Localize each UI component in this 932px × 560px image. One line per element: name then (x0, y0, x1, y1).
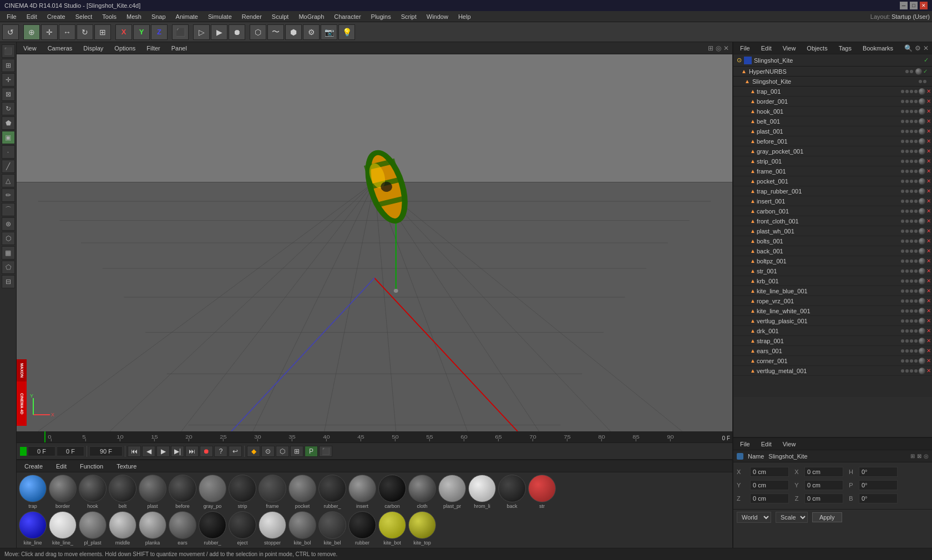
attr-h-val[interactable] (859, 467, 898, 477)
tree-item-str_001[interactable]: ▲str_001✕ (733, 266, 932, 276)
vp-menu-options[interactable]: Options (111, 44, 139, 53)
menu-mograph[interactable]: MoGraph (294, 12, 328, 21)
tree-x-btn-gray_pocket_001[interactable]: ✕ (926, 148, 931, 154)
tree-item-krb_001[interactable]: ▲krb_001✕ (733, 276, 932, 286)
tool-active[interactable]: ▣ (2, 131, 15, 144)
material-item-hook[interactable]: hook (79, 475, 107, 509)
tree-x-btn-kite_line_white_001[interactable]: ✕ (926, 308, 931, 314)
scene-menu-file[interactable]: File (737, 44, 753, 53)
tree-item-border_001[interactable]: ▲border_001✕ (733, 96, 932, 106)
tree-item-drk_001[interactable]: ▲drk_001✕ (733, 326, 932, 336)
tree-item-plast_wh_001[interactable]: ▲plast_wh_001✕ (733, 226, 932, 236)
attr-y-size[interactable] (804, 480, 843, 490)
attr-y-pos[interactable] (750, 480, 789, 490)
render-vp-btn[interactable]: ▶ (211, 24, 227, 40)
material-item-kite_bol[interactable]: kite_bol (288, 511, 316, 546)
material-item-plast_pr[interactable]: plast_pr (438, 475, 466, 509)
material-item-kite_bel[interactable]: kite_bel (318, 511, 346, 546)
scene-group-row[interactable]: ▲ Slingshot_Kite (733, 77, 932, 86)
scene-btn[interactable]: ⚙ (303, 24, 320, 40)
anim-k4-btn[interactable]: ⊞ (290, 446, 303, 457)
material-item-before[interactable]: before (169, 475, 196, 509)
close-button[interactable]: ✕ (920, 2, 928, 9)
vp-menu-cameras[interactable]: Cameras (44, 44, 76, 53)
attr-menu-view[interactable]: View (779, 440, 799, 449)
vp-icon-2[interactable]: ◎ (716, 44, 721, 52)
menu-script[interactable]: Script (397, 12, 421, 21)
material-item-pl_plast[interactable]: pl_plast (79, 511, 107, 546)
tree-x-btn-rope_vrz_001[interactable]: ✕ (926, 298, 931, 304)
tree-x-btn-vertlug_plasic_001[interactable]: ✕ (926, 318, 931, 324)
render-mr-btn[interactable]: ⏺ (229, 24, 245, 40)
render-region-btn[interactable]: ⬛ (172, 24, 189, 40)
attr-z-pos[interactable] (750, 493, 789, 503)
tool-paint[interactable]: ⬡ (2, 232, 15, 245)
material-item-gray_po[interactable]: gray_po (199, 475, 226, 509)
tree-item-belt_001[interactable]: ▲belt_001✕ (733, 116, 932, 126)
material-item-str[interactable]: str (528, 475, 556, 509)
tree-item-strip_001[interactable]: ▲strip_001✕ (733, 156, 932, 166)
tree-x-btn-belt_001[interactable]: ✕ (926, 118, 931, 124)
scene-menu-objects[interactable]: Objects (803, 44, 830, 53)
apply-button[interactable]: Apply (812, 512, 842, 522)
menu-sculpt[interactable]: Sculpt (267, 12, 293, 21)
attr-icon-1[interactable]: ⊞ (910, 453, 915, 459)
scene-hypernurbs-row[interactable]: ▲ HyperNURBS ✓ (733, 67, 932, 77)
tool-face[interactable]: △ (2, 174, 15, 187)
tree-item-ears_001[interactable]: ▲ears_001✕ (733, 346, 932, 356)
menu-help[interactable]: Help (454, 12, 475, 21)
tree-item-trap_rubber_001[interactable]: ▲trap_rubber_001✕ (733, 186, 932, 196)
tree-x-btn-bolts_001[interactable]: ✕ (926, 238, 931, 244)
material-item-stopper[interactable]: stopper (259, 511, 286, 546)
tree-item-plast_001[interactable]: ▲plast_001✕ (733, 126, 932, 136)
material-item-kite_bot[interactable]: kite_bot (378, 511, 406, 546)
attr-menu-file[interactable]: File (737, 440, 753, 449)
tree-item-front_cloth_001[interactable]: ▲front_cloth_001✕ (733, 216, 932, 226)
material-item-planka[interactable]: planka (139, 511, 166, 546)
anim-q-btn[interactable]: ? (214, 446, 227, 457)
vp-menu-filter[interactable]: Filter (143, 44, 163, 53)
obj-z-btn[interactable]: Z (151, 24, 168, 40)
menu-edit[interactable]: Edit (22, 12, 42, 21)
spline-btn[interactable]: 〜 (267, 24, 284, 40)
tree-x-btn-krb_001[interactable]: ✕ (926, 278, 931, 284)
viewport-3d[interactable]: Perspective (17, 54, 732, 431)
tree-x-btn-trap_001[interactable]: ✕ (926, 88, 931, 94)
menu-animate[interactable]: Animate (171, 12, 202, 21)
tool-pen[interactable]: ✏ (2, 189, 15, 202)
tool-sculpt[interactable]: ⬠ (2, 261, 15, 274)
menu-mesh[interactable]: Mesh (122, 12, 146, 21)
scale-system-select[interactable]: Scale Size (776, 512, 808, 523)
material-item-cloth[interactable]: cloth (408, 475, 436, 509)
material-item-rubber_[interactable]: rubber_ (199, 511, 226, 546)
tree-item-kite_line_blue_001[interactable]: ▲kite_line_blue_001✕ (733, 286, 932, 296)
scene-menu-bookmarks[interactable]: Bookmarks (859, 44, 896, 53)
tree-x-btn-border_001[interactable]: ✕ (926, 98, 931, 104)
obj-x-btn[interactable]: X (115, 24, 132, 40)
material-item-rubber[interactable]: rubber (348, 511, 376, 546)
tree-x-btn-carbon_001[interactable]: ✕ (926, 208, 931, 214)
frame-current-input[interactable] (28, 446, 55, 456)
mat-menu-edit[interactable]: Edit (53, 462, 70, 471)
material-item-strip[interactable]: strip (229, 475, 256, 509)
material-item-frame[interactable]: frame (259, 475, 286, 509)
tool-rot[interactable]: ↻ (2, 102, 15, 115)
menu-character[interactable]: Character (330, 12, 365, 21)
vp-menu-panel[interactable]: Panel (168, 44, 190, 53)
tree-item-back_001[interactable]: ▲back_001✕ (733, 246, 932, 256)
material-item-back[interactable]: back (498, 475, 526, 509)
tree-x-btn-frame_001[interactable]: ✕ (926, 168, 931, 174)
tool-floor[interactable]: ▦ (2, 246, 15, 259)
scene-menu-tags[interactable]: Tags (835, 44, 855, 53)
scene-close-icon[interactable]: ✕ (923, 44, 929, 52)
tree-x-btn-drk_001[interactable]: ✕ (926, 328, 931, 334)
tree-item-before_001[interactable]: ▲before_001✕ (733, 136, 932, 146)
obj-btn[interactable]: ⬡ (250, 24, 266, 40)
material-item-ears[interactable]: ears (169, 511, 196, 546)
vp-menu-display[interactable]: Display (80, 44, 107, 53)
tree-x-btn-kite_line_blue_001[interactable]: ✕ (926, 288, 931, 294)
tool3-btn[interactable]: ↔ (59, 24, 75, 40)
vp-icon-3[interactable]: ✕ (723, 44, 729, 52)
material-item-kite_line[interactable]: kite_line (19, 511, 47, 546)
material-item-carbon[interactable]: carbon (378, 475, 406, 509)
